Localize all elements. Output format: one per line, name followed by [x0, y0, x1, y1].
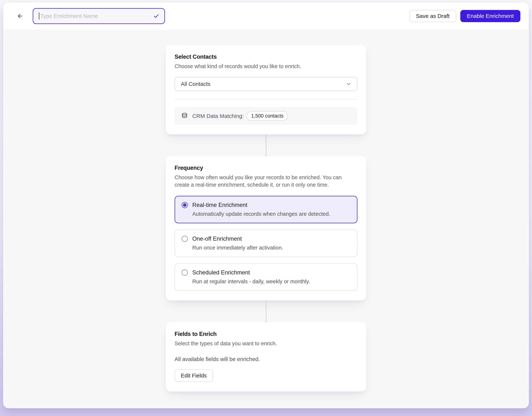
option-description: Run at regular intervals - daily, weekly…	[192, 278, 350, 284]
fields-to-enrich-card: Fields to Enrich Select the types of dat…	[166, 322, 366, 391]
crm-matching-label: CRM Data Matching:	[192, 113, 244, 119]
fields-status-text: All available fields will be enriched.	[175, 356, 357, 362]
option-description: Automatically update records when change…	[192, 211, 350, 217]
contacts-dropdown[interactable]: All Contacts	[175, 77, 357, 91]
crm-data-matching-row: CRM Data Matching: 1,500 contacts	[175, 107, 357, 125]
save-as-draft-button[interactable]: Save as Draft	[409, 10, 456, 22]
frequency-title: Frequency	[175, 165, 357, 171]
fields-to-enrich-title: Fields to Enrich	[175, 331, 357, 337]
option-realtime-enrichment[interactable]: Real-time Enrichment Automatically updat…	[175, 196, 357, 223]
frequency-card: Frequency Choose how often would you lik…	[166, 156, 366, 301]
fields-to-enrich-subtitle: Select the types of data you want to enr…	[175, 340, 357, 347]
contacts-dropdown-value: All Contacts	[181, 81, 210, 87]
radio-unselected-icon[interactable]	[182, 236, 188, 242]
frequency-subtitle: Choose how often would you like your rec…	[175, 174, 357, 189]
select-contacts-card: Select Contacts Choose what kind of reco…	[166, 45, 366, 134]
header-actions: Save as Draft Enable Enrichment	[409, 10, 520, 22]
app-window: Save as Draft Enable Enrichment Select C…	[3, 3, 529, 408]
card-connector-line	[266, 301, 266, 322]
chevron-down-icon	[346, 81, 352, 87]
card-divider	[175, 99, 357, 99]
option-label: Real-time Enrichment	[192, 202, 247, 208]
enable-enrichment-button[interactable]: Enable Enrichment	[460, 10, 520, 22]
enrichment-name-field	[33, 8, 165, 24]
select-contacts-subtitle: Choose what kind of records would you li…	[175, 63, 357, 70]
select-contacts-title: Select Contacts	[175, 54, 357, 60]
database-icon	[181, 112, 188, 120]
option-scheduled-enrichment[interactable]: Scheduled Enrichment Run at regular inte…	[175, 263, 357, 291]
option-description: Run once immediately after activation.	[192, 245, 350, 251]
radio-selected-icon[interactable]	[182, 202, 188, 208]
option-oneoff-enrichment[interactable]: One-off Enrichment Run once immediately …	[175, 230, 357, 257]
contacts-count-badge: 1,500 contacts	[246, 111, 288, 121]
back-button[interactable]	[15, 11, 25, 21]
check-icon	[153, 13, 159, 19]
card-connector-line	[266, 134, 266, 156]
edit-fields-button[interactable]: Edit Fields	[175, 369, 213, 382]
content-area: Select Contacts Choose what kind of reco…	[3, 29, 529, 408]
text-caret	[39, 13, 39, 19]
option-label: Scheduled Enrichment	[192, 269, 250, 276]
enrichment-name-input[interactable]	[33, 8, 165, 24]
top-bar: Save as Draft Enable Enrichment	[3, 3, 529, 29]
radio-unselected-icon[interactable]	[182, 269, 188, 276]
arrow-left-icon	[17, 13, 23, 19]
frequency-options: Real-time Enrichment Automatically updat…	[175, 196, 357, 291]
option-label: One-off Enrichment	[192, 236, 242, 242]
